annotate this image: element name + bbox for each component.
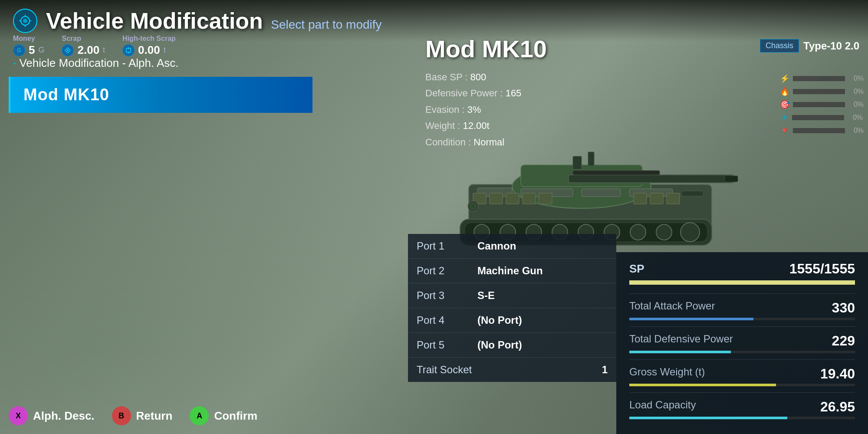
vehicle-mod-icon (13, 9, 37, 33)
load-capacity-value: 26.95 (820, 399, 855, 415)
bottom-buttons: X Alph. Desc. B Return A Confirm (9, 406, 257, 425)
scrap-icon (62, 44, 74, 56)
gross-weight-row: Gross Weight (t) 19.40 (629, 359, 855, 392)
svg-point-6 (67, 49, 69, 51)
svg-point-50 (470, 203, 476, 209)
confirm-label: Confirm (214, 409, 257, 423)
stat-icon-row-3: 🎯 0% (780, 100, 864, 109)
port-3-name: Port 3 (417, 289, 477, 302)
trait-socket-value: 1 (602, 364, 608, 376)
svg-point-28 (656, 224, 672, 240)
sp-value: 1555/1555 (789, 261, 855, 277)
load-capacity-label: Load Capacity (629, 399, 696, 415)
svg-rect-34 (573, 171, 660, 175)
svg-point-29 (681, 223, 700, 242)
port-1-name: Port 1 (417, 240, 477, 252)
stat-base-sp: Base SP : 800 (425, 69, 781, 85)
defensive-power-label: Total Defensive Power (629, 333, 733, 349)
sp-label: SP (629, 262, 644, 276)
svg-rect-48 (667, 193, 680, 204)
port-item-4[interactable]: Port 4 (No Port) (408, 308, 616, 333)
port-item-3[interactable]: Port 3 S-E (408, 283, 616, 308)
right-panel: Mod MK10 Base SP : 800 Defensive Power :… (391, 17, 868, 434)
vehicle-list-item[interactable]: Mod MK10 (9, 77, 312, 113)
port-item-5[interactable]: Port 5 (No Port) (408, 333, 616, 358)
trait-socket-row[interactable]: Trait Socket 1 (408, 358, 616, 382)
svg-rect-51 (681, 191, 703, 196)
high-tech-scrap-icon (122, 44, 135, 56)
svg-rect-36 (588, 152, 594, 166)
stat-evasion: Evasion : 3% (425, 102, 781, 118)
chassis-area: Chassis Type-10 2.0 (760, 39, 859, 53)
return-label: Return (136, 409, 173, 423)
svg-rect-43 (506, 193, 519, 204)
svg-rect-35 (573, 156, 582, 169)
port-2-value: Machine Gun (477, 265, 543, 277)
trait-socket-name: Trait Socket (417, 364, 602, 376)
chassis-label: Chassis (760, 39, 799, 53)
left-panel: Vehicle Modification - Alph. Asc. Mod MK… (9, 56, 312, 113)
x-button-circle: X (9, 406, 28, 425)
attack-power-label: Total Attack Power (629, 300, 715, 316)
svg-rect-32 (569, 175, 733, 183)
sp-bar (629, 280, 855, 285)
svg-rect-39 (582, 189, 621, 197)
chassis-value: Type-10 2.0 (803, 40, 859, 52)
sp-row: SP 1555/1555 (629, 261, 855, 277)
alph-desc-button[interactable]: X Alph. Desc. (9, 406, 95, 425)
stat-icon-row-2: 🔥 0% (780, 87, 864, 96)
port-4-name: Port 4 (417, 314, 477, 326)
vehicle-name: Mod MK10 (425, 35, 781, 63)
port-3-value: S-E (477, 289, 495, 302)
stat-icons: ⚡ 0% 🔥 0% 🎯 0% ☀ 0% 🔻 0% (780, 74, 864, 135)
svg-rect-45 (539, 193, 552, 204)
alph-desc-label: Alph. Desc. (33, 409, 95, 423)
port-5-value: (No Port) (477, 339, 522, 351)
high-tech-scrap-resource: High-tech Scrap 0.00 t (122, 35, 176, 57)
port-4-value: (No Port) (477, 314, 522, 326)
port-item-1[interactable]: Port 1 Cannon (408, 234, 616, 259)
port-list: Port 1 Cannon Port 2 Machine Gun Port 3 … (408, 234, 616, 382)
svg-rect-42 (490, 193, 503, 204)
svg-rect-44 (523, 193, 536, 204)
port-item-2[interactable]: Port 2 Machine Gun (408, 259, 616, 283)
gross-weight-value: 19.40 (820, 366, 855, 382)
stat-icon-row-5: 🔻 0% (780, 126, 864, 135)
svg-rect-46 (634, 193, 647, 204)
port-5-name: Port 5 (417, 339, 477, 351)
confirm-button[interactable]: A Confirm (190, 406, 257, 425)
port-1-value: Cannon (477, 240, 516, 252)
scrap-resource: Scrap 2.00 t (62, 35, 105, 57)
svg-rect-47 (650, 193, 663, 204)
money-resource: Money G 5 G (13, 35, 44, 57)
resources-bar: Money G 5 G Scrap 2.00 t High-tech Scrap (13, 35, 176, 57)
defensive-power-row: Total Defensive Power 229 (629, 326, 855, 359)
stat-icon-row-4: ☀ 0% (780, 113, 864, 122)
attack-power-value: 330 (832, 300, 855, 316)
gross-weight-label: Gross Weight (t) (629, 366, 705, 382)
money-icon: G (13, 44, 25, 56)
stat-defensive-power: Defensive Power : 165 (425, 85, 781, 101)
attack-power-row: Total Attack Power 330 (629, 293, 855, 326)
load-capacity-row: Load Capacity 26.95 (629, 392, 855, 425)
stat-icon-row-1: ⚡ 0% (780, 74, 864, 83)
port-2-name: Port 2 (417, 265, 477, 277)
breadcrumb: Vehicle Modification - Alph. Asc. (9, 56, 312, 70)
page-title: Vehicle Modification Select part to modi… (46, 8, 382, 34)
svg-point-27 (630, 224, 646, 240)
b-button-circle: B (112, 406, 131, 425)
stats-panel: SP 1555/1555 Total Attack Power 330 Tota… (616, 252, 868, 434)
svg-point-1 (23, 19, 27, 23)
sp-bar-fill (629, 280, 855, 285)
svg-rect-33 (725, 176, 738, 182)
defensive-power-value: 229 (832, 333, 855, 349)
a-button-circle: A (190, 406, 209, 425)
return-button[interactable]: B Return (112, 406, 173, 425)
